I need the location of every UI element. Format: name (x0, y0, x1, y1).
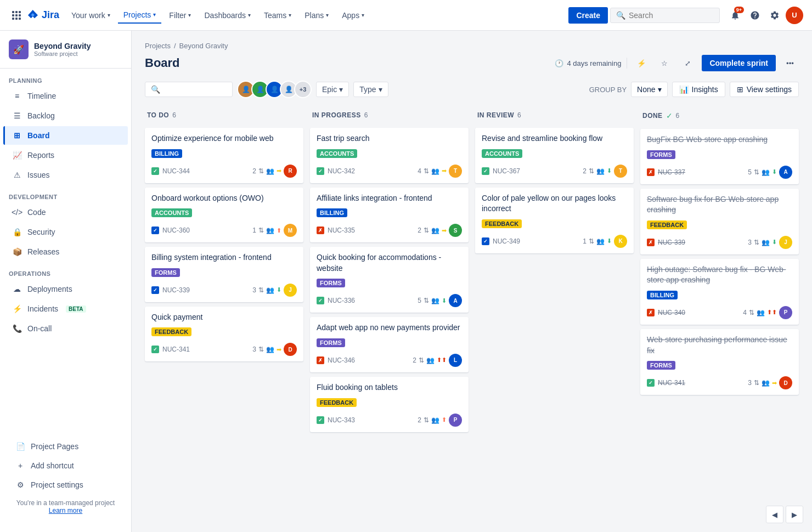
search-input[interactable] (629, 11, 714, 20)
issue-id: NUC-337 (658, 168, 685, 176)
projects-menu[interactable]: Projects ▾ (118, 7, 162, 24)
board-card[interactable]: Software bug fix for BG Web-store app cr… (640, 189, 799, 254)
apps-menu[interactable]: Apps ▾ (336, 8, 370, 23)
nav-icons: 9+ U (726, 7, 803, 24)
card-num: 1 (252, 227, 256, 234)
card-tag[interactable]: FEEDBACK (647, 220, 687, 229)
sidebar-item-oncall[interactable]: 📞 On-call (3, 319, 128, 338)
sidebar-item-backlog[interactable]: ☰ Backlog (3, 106, 128, 125)
sidebar-item-releases[interactable]: 📦 Releases (3, 242, 128, 261)
help-button[interactable] (746, 7, 764, 24)
create-button[interactable]: Create (568, 7, 608, 24)
board-card[interactable]: Quick booking for accommodations - websi… (310, 247, 469, 313)
expand-button[interactable]: ⤢ (679, 54, 696, 72)
board-card[interactable]: Billing system integration - frontend FO… (145, 247, 303, 302)
settings-button[interactable] (766, 7, 783, 24)
board-card[interactable]: High outage: Software bug fix - BG Web-s… (640, 259, 799, 325)
card-num: 2 (418, 416, 421, 424)
user-avatar[interactable]: U (786, 7, 803, 24)
card-meta: 3 ⇅ 👥 ➡ D (748, 376, 792, 389)
your-work-menu[interactable]: Your work ▾ (66, 8, 116, 23)
card-footer: ✓ NUC-341 3 ⇅ 👥 ➡ D (151, 343, 297, 356)
card-tag[interactable]: ACCOUNTS (482, 149, 522, 158)
board-icon: ⊞ (12, 131, 22, 140)
board-card[interactable]: Web-store purchasing performance issue f… (640, 329, 799, 395)
sidebar-item-project-settings[interactable]: ⚙ Project settings (7, 476, 125, 494)
column-header-inprogress: IN PROGRESS 6 (310, 107, 469, 123)
card-tag[interactable]: FORMS (647, 361, 675, 370)
epic-filter[interactable]: Epic ▾ (316, 82, 349, 97)
board-card[interactable]: Fluid booking on tablets FEEDBACK ✓ NUC-… (310, 377, 469, 432)
more-avatars[interactable]: +3 (294, 81, 312, 98)
board-card[interactable]: Optimize experience for mobile web BILLI… (145, 128, 303, 183)
card-tag[interactable]: BILLING (647, 291, 678, 299)
issue-id: NUC-349 (493, 237, 520, 245)
sidebar-item-code[interactable]: </> Code (3, 203, 128, 222)
board-card[interactable]: Quick payment FEEDBACK ✓ NUC-341 3 ⇅ 👥 ➡… (145, 307, 303, 362)
jira-logo[interactable]: Jira (26, 9, 59, 22)
dashboards-menu[interactable]: Dashboards ▾ (199, 8, 256, 23)
column-inreview: IN REVIEW 6 Revise and streamline bookin… (475, 107, 634, 437)
sidebar-item-timeline[interactable]: ≡ Timeline (3, 87, 128, 105)
view-settings-button[interactable]: ⊞ View settings (730, 82, 799, 97)
filter-menu[interactable]: Filter ▾ (163, 8, 196, 23)
card-num: 3 (748, 239, 752, 246)
teams-menu[interactable]: Teams ▾ (258, 8, 297, 23)
board-card[interactable]: Onboard workout options (OWO) ACCOUNTS ✓… (145, 188, 303, 243)
card-tag[interactable]: FORMS (151, 268, 180, 277)
card-tag[interactable]: FORMS (317, 279, 345, 287)
card-tag[interactable]: FEEDBACK (482, 219, 522, 228)
sidebar-footer: 📄 Project Pages + Add shortcut ⚙ Project… (0, 432, 131, 523)
complete-sprint-button[interactable]: Complete sprint (702, 55, 776, 71)
learn-more-link[interactable]: Learn more (49, 507, 82, 514)
board-card[interactable]: Adapt web app no new payments provider F… (310, 317, 469, 372)
timeline-icon: ≡ (12, 91, 22, 101)
group-by-select[interactable]: None ▾ (631, 82, 667, 97)
notifications-button[interactable]: 9+ (726, 7, 744, 24)
board-card[interactable]: Revise and streamline booking flow ACCOU… (475, 128, 634, 183)
board-search-input[interactable] (163, 85, 227, 94)
card-tag[interactable]: BILLING (151, 149, 182, 158)
card-tag[interactable]: FEEDBACK (317, 398, 357, 407)
grid-icon[interactable] (9, 8, 24, 23)
card-tag[interactable]: FORMS (647, 150, 675, 159)
type-filter[interactable]: Type ▾ (353, 82, 388, 97)
breadcrumb-project[interactable]: Beyond Gravity (179, 42, 228, 50)
card-tag[interactable]: FEEDBACK (151, 327, 191, 336)
pages-icon: 📄 (15, 442, 25, 451)
sidebar-item-security[interactable]: 🔒 Security (3, 223, 128, 241)
card-meta: 2 ⇅ 👥 ⬆⬆ L (413, 354, 462, 367)
card-footer: ✗ NUC-340 4 ⇅ 👥 ⬆⬆ P (647, 306, 792, 319)
star-button[interactable]: ☆ (656, 54, 673, 72)
lightning-button[interactable]: ⚡ (633, 54, 650, 72)
card-tag[interactable]: ACCOUNTS (317, 149, 357, 158)
sidebar-item-add-shortcut[interactable]: + Add shortcut (7, 456, 125, 475)
card-tag[interactable]: BILLING (317, 208, 347, 217)
sidebar-item-incidents[interactable]: ⚡ Incidents BETA (3, 299, 128, 318)
issue-id: NUC-340 (658, 309, 685, 316)
sidebar-item-project-pages[interactable]: 📄 Project Pages (7, 437, 125, 456)
svg-rect-5 (19, 14, 21, 16)
breadcrumb-projects[interactable]: Projects (145, 42, 171, 50)
board-card[interactable]: BugFix BG Web-store app crashing FORMS ✗… (640, 129, 799, 184)
svg-rect-6 (12, 18, 14, 20)
search-bar[interactable]: 🔍 (610, 8, 720, 23)
board-card[interactable]: Affiliate links integration - frontend B… (310, 188, 469, 243)
sidebar-item-board[interactable]: ⊞ Board (3, 126, 128, 145)
board-search[interactable]: 🔍 (145, 82, 233, 97)
sidebar-item-issues[interactable]: ⚠ Issues (3, 166, 128, 184)
card-tag[interactable]: FORMS (317, 338, 345, 347)
sidebar-item-deployments[interactable]: ☁ Deployments (3, 280, 128, 298)
scroll-right-button[interactable]: ▶ (786, 506, 803, 523)
insights-button[interactable]: 📊 Insights (672, 82, 725, 97)
board-card[interactable]: Color of pale yellow on our pages looks … (475, 188, 634, 253)
scroll-left-button[interactable]: ◀ (766, 506, 783, 523)
board-card[interactable]: Fast trip search ACCOUNTS ✓ NUC-342 4 ⇅ … (310, 128, 469, 183)
plans-menu[interactable]: Plans ▾ (299, 8, 334, 23)
card-title: Quick payment (151, 312, 297, 323)
subtasks-icon: ⇅ (258, 286, 264, 294)
card-tag[interactable]: ACCOUNTS (151, 208, 192, 217)
sidebar-item-reports[interactable]: 📈 Reports (3, 146, 128, 165)
more-options-button[interactable]: ••• (781, 54, 799, 72)
card-num: 2 (583, 167, 587, 175)
